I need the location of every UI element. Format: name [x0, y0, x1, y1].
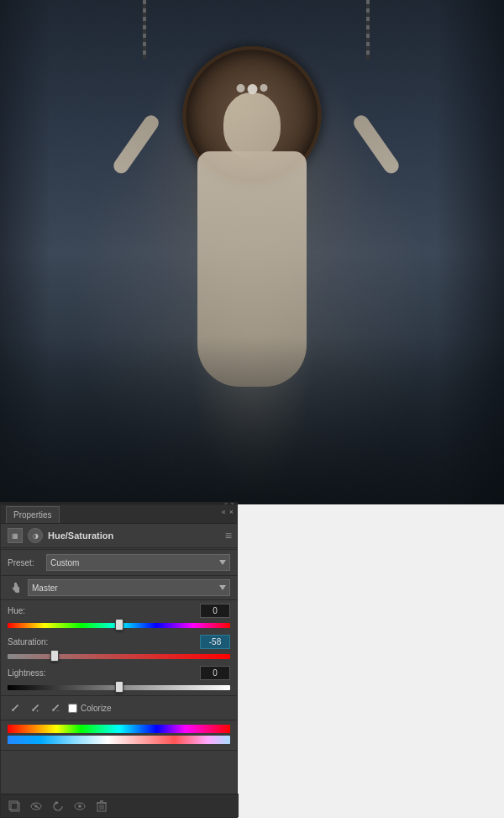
- bottom-shadow: [0, 336, 504, 504]
- flowers: [237, 84, 268, 94]
- svg-text:−: −: [56, 708, 60, 713]
- saturation-section: Saturation:: [1, 632, 237, 663]
- bottom-toolbar: [1, 794, 239, 817]
- light-thumb[interactable]: [115, 681, 123, 693]
- properties-panel: Properties « × ▦ ◑ Hue/Saturation ≡ Pres…: [0, 504, 238, 818]
- spectrum-bar-top: [8, 725, 230, 733]
- hue-label: Hue:: [8, 606, 25, 615]
- right-panel-area: [238, 504, 504, 818]
- preset-row: Preset: Custom: [1, 551, 237, 574]
- divider-6: [1, 750, 237, 751]
- saturation-label: Saturation:: [8, 637, 48, 646]
- tools-row: + − Colorize: [1, 697, 237, 719]
- hue-label-row: Hue:: [8, 604, 230, 618]
- light-slider-track[interactable]: [8, 682, 230, 692]
- panel-tab-bar: Properties « ×: [1, 505, 237, 524]
- channel-row: Master: [1, 577, 237, 599]
- chain-left: [143, 0, 146, 59]
- svg-line-12: [32, 804, 40, 809]
- colorize-label: Colorize: [81, 704, 112, 713]
- panel-collapse-icon[interactable]: «: [222, 508, 226, 516]
- divider-2: [1, 575, 237, 576]
- lightness-label: Lightness:: [8, 668, 46, 678]
- divider-3: [1, 599, 237, 600]
- channel-select[interactable]: Master: [28, 579, 230, 596]
- sat-thumb[interactable]: [50, 650, 59, 662]
- spectrum-bar-bottom: [8, 736, 230, 744]
- eyedropper-tool-icon[interactable]: [8, 701, 21, 715]
- svg-point-6: [52, 709, 54, 710]
- svg-text:+: +: [36, 708, 39, 713]
- photo-canvas: [0, 0, 504, 504]
- target-hand-icon[interactable]: [8, 580, 23, 595]
- panel-menu-button[interactable]: ≡: [225, 529, 232, 542]
- panel-title-row: ▦ ◑ Hue/Saturation ≡: [1, 524, 237, 548]
- svg-point-4: [32, 709, 34, 710]
- trash-icon[interactable]: [95, 800, 108, 813]
- tab-properties[interactable]: Properties: [6, 506, 60, 523]
- history-icon[interactable]: [51, 800, 65, 813]
- figure-head: [223, 92, 281, 158]
- hue-section: Hue:: [1, 601, 237, 632]
- svg-point-3: [12, 709, 13, 710]
- right-shadow: [437, 0, 504, 504]
- sat-slider-track[interactable]: [8, 651, 230, 661]
- divider-5: [1, 720, 237, 720]
- panel-top-controls: « ×: [222, 508, 234, 516]
- svg-point-15: [78, 805, 81, 808]
- sat-label-row: Saturation:: [8, 635, 230, 649]
- eye-icon[interactable]: [73, 800, 87, 813]
- colorize-checkbox[interactable]: [68, 704, 77, 713]
- visibility-icon[interactable]: [29, 800, 43, 813]
- eyedropper-subtract-icon[interactable]: −: [48, 701, 61, 715]
- hue-sat-icon: ◑: [28, 528, 43, 543]
- divider-1: [1, 549, 237, 550]
- hue-slider-track[interactable]: [8, 620, 230, 630]
- light-label-row: Lightness:: [8, 666, 230, 680]
- hue-value-input[interactable]: [200, 604, 230, 618]
- divider-4: [1, 695, 237, 696]
- hue-thumb[interactable]: [115, 619, 123, 631]
- panel-title: Hue/Saturation: [48, 530, 113, 541]
- lightness-section: Lightness:: [1, 663, 237, 694]
- preset-label: Preset:: [8, 558, 41, 567]
- new-layer-icon[interactable]: [8, 800, 21, 813]
- preset-select[interactable]: Custom: [46, 554, 230, 571]
- adjustment-layer-icon: ▦: [8, 528, 23, 543]
- sat-track: [8, 654, 230, 659]
- eyedropper-add-icon[interactable]: +: [28, 701, 41, 715]
- chain-right: [366, 0, 370, 59]
- panel-close-icon[interactable]: ×: [229, 508, 234, 516]
- spectrum-bars: [1, 721, 237, 749]
- lightness-value-input[interactable]: [200, 666, 230, 680]
- saturation-value-input[interactable]: [200, 635, 230, 649]
- colorize-checkbox-group: Colorize: [68, 704, 112, 713]
- left-shadow: [0, 0, 50, 504]
